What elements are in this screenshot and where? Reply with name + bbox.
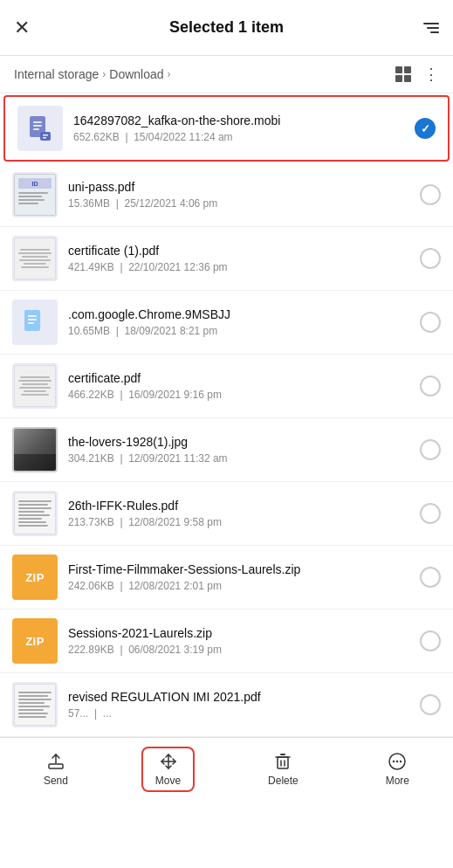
svg-rect-1 (33, 121, 42, 123)
file-meta-9: 222.89KB | 06/08/2021 3:19 pm (68, 644, 409, 656)
svg-rect-9 (28, 319, 37, 320)
file-info-10: revised REGULATION IMI 2021.pdf 57... | … (68, 690, 409, 720)
file-name-8: First-Time-Filmmaker-Sessions-Laurels.zi… (68, 562, 409, 576)
svg-rect-5 (43, 134, 48, 136)
file-checkbox-9[interactable] (420, 630, 441, 651)
file-item-1[interactable]: 1642897082_kafka-on-the-shore.mobi 652.6… (3, 95, 450, 162)
move-button[interactable]: Move (141, 747, 195, 792)
file-meta-1: 652.62KB | 15/04/2022 11:24 am (73, 131, 404, 143)
grid-view-icon[interactable] (395, 66, 411, 82)
delete-button[interactable]: Delete (254, 748, 312, 790)
send-button[interactable]: Send (30, 748, 82, 790)
file-thumbnail-7 (12, 491, 58, 536)
header: ✕ Selected 1 item (0, 0, 453, 56)
file-item-6[interactable]: the-lovers-1928(1).jpg 304.21KB | 12/09/… (0, 418, 453, 482)
delete-label: Delete (268, 775, 299, 787)
delete-icon (273, 752, 292, 771)
file-checkbox-5[interactable] (420, 375, 441, 396)
file-item-9[interactable]: ZIP Sessions-2021-Laurels.zip 222.89KB |… (0, 610, 453, 673)
file-meta-3: 421.49KB | 22/10/2021 12:36 pm (68, 261, 409, 273)
filter-icon[interactable] (423, 23, 439, 33)
file-name-4: .com.google.Chrome.9MSBJJ (68, 307, 409, 321)
file-list: 1642897082_kafka-on-the-shore.mobi 652.6… (0, 95, 453, 737)
file-name-7: 26th-IFFK-Rules.pdf (68, 499, 409, 513)
file-thumbnail-6 (12, 427, 58, 472)
file-checkbox-8[interactable] (420, 567, 441, 588)
file-info-8: First-Time-Filmmaker-Sessions-Laurels.zi… (68, 562, 409, 592)
more-button[interactable]: More (372, 748, 423, 790)
file-item-8[interactable]: ZIP First-Time-Filmmaker-Sessions-Laurel… (0, 546, 453, 610)
file-thumbnail-8: ZIP (12, 555, 58, 600)
close-icon[interactable]: ✕ (14, 17, 30, 39)
file-item-4[interactable]: .com.google.Chrome.9MSBJJ 10.65MB | 18/0… (0, 291, 453, 355)
file-info-5: certificate.pdf 466.22KB | 16/09/2021 9:… (68, 371, 409, 401)
file-info-1: 1642897082_kafka-on-the-shore.mobi 652.6… (73, 114, 404, 143)
file-meta-7: 213.73KB | 12/08/2021 9:58 pm (68, 516, 409, 528)
file-meta-10: 57... | ... (68, 707, 409, 720)
svg-rect-10 (28, 322, 34, 324)
file-checkbox-7[interactable] (420, 503, 441, 524)
more-icon (388, 752, 407, 771)
file-meta-6: 304.21KB | 12/09/2021 11:32 am (68, 452, 409, 465)
svg-rect-8 (28, 315, 37, 317)
file-info-7: 26th-IFFK-Rules.pdf 213.73KB | 12/08/202… (68, 499, 409, 528)
file-name-6: the-lovers-1928(1).jpg (68, 435, 409, 449)
file-meta-8: 242.06KB | 12/08/2021 2:01 pm (68, 580, 409, 592)
breadcrumb-row: Internal storage › Download › ⋮ (0, 56, 453, 93)
header-title: Selected 1 item (169, 18, 284, 37)
file-thumbnail-5 (12, 363, 58, 409)
breadcrumb-root[interactable]: Internal storage (14, 67, 99, 81)
svg-point-20 (393, 761, 395, 762)
bottom-toolbar: Send Move Delete (0, 737, 453, 806)
file-meta-5: 466.22KB | 16/09/2021 9:16 pm (68, 389, 409, 401)
file-name-2: uni-pass.pdf (68, 180, 409, 194)
file-name-5: certificate.pdf (68, 371, 409, 385)
breadcrumb-actions: ⋮ (395, 65, 439, 84)
file-thumbnail-9: ZIP (12, 618, 58, 664)
move-label: Move (155, 775, 181, 787)
file-info-6: the-lovers-1928(1).jpg 304.21KB | 12/09/… (68, 435, 409, 465)
move-icon (159, 752, 178, 771)
breadcrumb-chevron-2: › (168, 68, 171, 80)
file-item-3[interactable]: certificate (1).pdf 421.49KB | 22/10/202… (0, 227, 453, 291)
svg-rect-14 (278, 757, 288, 768)
more-options-icon[interactable]: ⋮ (423, 65, 439, 84)
file-thumbnail-1 (17, 106, 63, 151)
file-thumbnail-2: ID (12, 172, 58, 217)
file-checkbox-6[interactable] (420, 439, 441, 460)
file-thumbnail-3 (12, 236, 58, 281)
file-info-4: .com.google.Chrome.9MSBJJ 10.65MB | 18/0… (68, 307, 409, 337)
breadcrumb[interactable]: Internal storage › Download › (14, 67, 171, 81)
file-item-2[interactable]: ID uni-pass.pdf 15.36MB | 25/12/2021 4:0… (0, 163, 453, 227)
file-name-1: 1642897082_kafka-on-the-shore.mobi (73, 114, 404, 127)
svg-point-22 (400, 761, 402, 762)
svg-rect-6 (43, 137, 46, 139)
file-checkbox-10[interactable] (420, 694, 441, 715)
file-name-10: revised REGULATION IMI 2021.pdf (68, 690, 409, 704)
file-checkbox-1[interactable] (415, 118, 436, 139)
breadcrumb-current[interactable]: Download (109, 67, 163, 81)
breadcrumb-chevron-1: › (102, 68, 106, 80)
svg-rect-2 (33, 125, 42, 127)
file-item-5[interactable]: certificate.pdf 466.22KB | 16/09/2021 9:… (0, 355, 453, 418)
file-meta-2: 15.36MB | 25/12/2021 4:06 pm (68, 197, 409, 210)
file-meta-4: 10.65MB | 18/09/2021 8:21 pm (68, 325, 409, 337)
file-item-7[interactable]: 26th-IFFK-Rules.pdf 213.73KB | 12/08/202… (0, 482, 453, 546)
file-info-2: uni-pass.pdf 15.36MB | 25/12/2021 4:06 p… (68, 180, 409, 210)
svg-rect-3 (33, 128, 39, 130)
svg-rect-4 (40, 132, 51, 141)
file-item-10[interactable]: revised REGULATION IMI 2021.pdf 57... | … (0, 673, 453, 737)
file-thumbnail-10 (12, 682, 58, 727)
svg-rect-11 (49, 764, 63, 768)
svg-point-21 (396, 761, 398, 762)
file-checkbox-3[interactable] (420, 248, 441, 269)
file-checkbox-2[interactable] (420, 184, 441, 205)
send-icon (46, 752, 65, 771)
file-name-3: certificate (1).pdf (68, 244, 409, 258)
file-checkbox-4[interactable] (420, 312, 441, 333)
file-info-9: Sessions-2021-Laurels.zip 222.89KB | 06/… (68, 626, 409, 656)
more-label: More (386, 775, 409, 787)
file-name-9: Sessions-2021-Laurels.zip (68, 626, 409, 640)
file-info-3: certificate (1).pdf 421.49KB | 22/10/202… (68, 244, 409, 273)
send-label: Send (44, 775, 68, 787)
